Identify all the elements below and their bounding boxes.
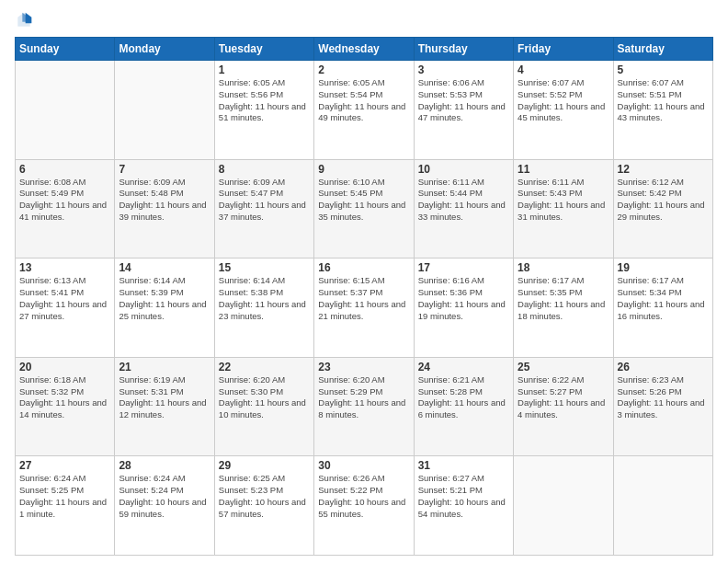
day-number: 4 [518, 63, 609, 76]
logo [15, 11, 35, 29]
day-info: Sunrise: 6:17 AMSunset: 5:34 PMDaylight:… [618, 275, 709, 322]
day-info: Sunrise: 6:27 AMSunset: 5:21 PMDaylight:… [418, 473, 509, 520]
calendar-cell: 21Sunrise: 6:19 AMSunset: 5:31 PMDayligh… [115, 357, 214, 456]
calendar-cell: 3Sunrise: 6:06 AMSunset: 5:53 PMDaylight… [414, 61, 513, 160]
day-number: 11 [518, 163, 609, 176]
day-header-monday: Monday [115, 38, 214, 61]
calendar-cell: 13Sunrise: 6:13 AMSunset: 5:41 PMDayligh… [16, 259, 115, 358]
day-number: 6 [19, 163, 110, 176]
calendar-cell [115, 61, 214, 160]
day-info: Sunrise: 6:07 AMSunset: 5:51 PMDaylight:… [618, 77, 709, 124]
day-info: Sunrise: 6:15 AMSunset: 5:37 PMDaylight:… [318, 275, 409, 322]
day-number: 28 [119, 459, 210, 472]
day-number: 5 [618, 63, 709, 76]
day-header-sunday: Sunday [16, 38, 115, 61]
calendar-cell: 12Sunrise: 6:12 AMSunset: 5:42 PMDayligh… [613, 159, 712, 259]
days-header-row: SundayMondayTuesdayWednesdayThursdayFrid… [16, 38, 713, 61]
day-info: Sunrise: 6:23 AMSunset: 5:26 PMDaylight:… [618, 374, 709, 421]
calendar-cell: 31Sunrise: 6:27 AMSunset: 5:21 PMDayligh… [414, 456, 513, 556]
day-number: 22 [219, 361, 310, 373]
day-header-tuesday: Tuesday [214, 38, 313, 61]
day-number: 31 [418, 459, 509, 472]
day-number: 1 [219, 63, 310, 76]
day-header-thursday: Thursday [414, 38, 513, 61]
calendar-cell: 16Sunrise: 6:15 AMSunset: 5:37 PMDayligh… [314, 259, 414, 358]
day-info: Sunrise: 6:19 AMSunset: 5:31 PMDaylight:… [119, 374, 210, 421]
calendar-week-row: 1Sunrise: 6:05 AMSunset: 5:56 PMDaylight… [16, 61, 713, 160]
day-number: 17 [418, 261, 509, 274]
calendar-cell: 2Sunrise: 6:05 AMSunset: 5:54 PMDaylight… [314, 61, 414, 160]
calendar-cell: 22Sunrise: 6:20 AMSunset: 5:30 PMDayligh… [214, 357, 313, 456]
day-number: 9 [318, 163, 409, 176]
day-info: Sunrise: 6:18 AMSunset: 5:32 PMDaylight:… [19, 374, 110, 421]
day-info: Sunrise: 6:13 AMSunset: 5:41 PMDaylight:… [19, 275, 110, 322]
calendar-cell: 9Sunrise: 6:10 AMSunset: 5:45 PMDaylight… [314, 159, 414, 259]
day-info: Sunrise: 6:10 AMSunset: 5:45 PMDaylight:… [318, 177, 409, 224]
day-number: 19 [618, 261, 709, 274]
day-number: 3 [418, 63, 509, 76]
day-header-friday: Friday [514, 38, 613, 61]
calendar-cell: 20Sunrise: 6:18 AMSunset: 5:32 PMDayligh… [16, 357, 115, 456]
day-number: 27 [19, 459, 110, 472]
day-number: 26 [618, 361, 709, 373]
day-info: Sunrise: 6:09 AMSunset: 5:47 PMDaylight:… [219, 177, 310, 224]
calendar-cell: 26Sunrise: 6:23 AMSunset: 5:26 PMDayligh… [613, 357, 712, 456]
day-info: Sunrise: 6:17 AMSunset: 5:35 PMDaylight:… [518, 275, 609, 322]
calendar-cell [16, 61, 115, 160]
day-info: Sunrise: 6:24 AMSunset: 5:24 PMDaylight:… [119, 473, 210, 520]
day-number: 23 [318, 361, 409, 373]
calendar-cell: 7Sunrise: 6:09 AMSunset: 5:48 PMDaylight… [115, 159, 214, 259]
calendar-cell: 11Sunrise: 6:11 AMSunset: 5:43 PMDayligh… [514, 159, 613, 259]
calendar-container: SundayMondayTuesdayWednesdayThursdayFrid… [0, 0, 728, 563]
calendar-cell: 25Sunrise: 6:22 AMSunset: 5:27 PMDayligh… [514, 357, 613, 456]
day-number: 18 [518, 261, 609, 274]
day-info: Sunrise: 6:05 AMSunset: 5:56 PMDaylight:… [219, 77, 310, 124]
day-info: Sunrise: 6:16 AMSunset: 5:36 PMDaylight:… [418, 275, 509, 322]
day-number: 2 [318, 63, 409, 76]
day-number: 8 [219, 163, 310, 176]
day-number: 20 [19, 361, 110, 373]
calendar-cell: 28Sunrise: 6:24 AMSunset: 5:24 PMDayligh… [115, 456, 214, 556]
calendar-cell: 1Sunrise: 6:05 AMSunset: 5:56 PMDaylight… [214, 61, 313, 160]
day-header-wednesday: Wednesday [314, 38, 414, 61]
calendar-cell: 14Sunrise: 6:14 AMSunset: 5:39 PMDayligh… [115, 259, 214, 358]
calendar-cell: 5Sunrise: 6:07 AMSunset: 5:51 PMDaylight… [613, 61, 712, 160]
calendar-week-row: 13Sunrise: 6:13 AMSunset: 5:41 PMDayligh… [16, 259, 713, 358]
calendar-cell [613, 456, 712, 556]
day-number: 21 [119, 361, 210, 373]
calendar-cell: 4Sunrise: 6:07 AMSunset: 5:52 PMDaylight… [514, 61, 613, 160]
day-info: Sunrise: 6:20 AMSunset: 5:30 PMDaylight:… [219, 374, 310, 421]
day-info: Sunrise: 6:08 AMSunset: 5:49 PMDaylight:… [19, 177, 110, 224]
calendar-cell: 24Sunrise: 6:21 AMSunset: 5:28 PMDayligh… [414, 357, 513, 456]
calendar-cell: 29Sunrise: 6:25 AMSunset: 5:23 PMDayligh… [214, 456, 313, 556]
day-info: Sunrise: 6:11 AMSunset: 5:43 PMDaylight:… [518, 177, 609, 224]
day-number: 16 [318, 261, 409, 274]
header [15, 11, 713, 29]
day-number: 14 [119, 261, 210, 274]
day-info: Sunrise: 6:20 AMSunset: 5:29 PMDaylight:… [318, 374, 409, 421]
day-info: Sunrise: 6:24 AMSunset: 5:25 PMDaylight:… [19, 473, 110, 520]
calendar-cell: 15Sunrise: 6:14 AMSunset: 5:38 PMDayligh… [214, 259, 313, 358]
day-number: 12 [618, 163, 709, 176]
calendar-cell: 6Sunrise: 6:08 AMSunset: 5:49 PMDaylight… [16, 159, 115, 259]
calendar-cell: 19Sunrise: 6:17 AMSunset: 5:34 PMDayligh… [613, 259, 712, 358]
logo-icon [15, 11, 33, 29]
calendar-cell: 18Sunrise: 6:17 AMSunset: 5:35 PMDayligh… [514, 259, 613, 358]
calendar-cell: 10Sunrise: 6:11 AMSunset: 5:44 PMDayligh… [414, 159, 513, 259]
day-info: Sunrise: 6:12 AMSunset: 5:42 PMDaylight:… [618, 177, 709, 224]
day-number: 30 [318, 459, 409, 472]
calendar-week-row: 20Sunrise: 6:18 AMSunset: 5:32 PMDayligh… [16, 357, 713, 456]
day-info: Sunrise: 6:26 AMSunset: 5:22 PMDaylight:… [318, 473, 409, 520]
day-info: Sunrise: 6:14 AMSunset: 5:39 PMDaylight:… [119, 275, 210, 322]
day-number: 24 [418, 361, 509, 373]
calendar-cell: 30Sunrise: 6:26 AMSunset: 5:22 PMDayligh… [314, 456, 414, 556]
calendar-week-row: 6Sunrise: 6:08 AMSunset: 5:49 PMDaylight… [16, 159, 713, 259]
day-header-saturday: Saturday [613, 38, 712, 61]
calendar-cell: 23Sunrise: 6:20 AMSunset: 5:29 PMDayligh… [314, 357, 414, 456]
day-number: 29 [219, 459, 310, 472]
day-info: Sunrise: 6:11 AMSunset: 5:44 PMDaylight:… [418, 177, 509, 224]
day-info: Sunrise: 6:05 AMSunset: 5:54 PMDaylight:… [318, 77, 409, 124]
day-info: Sunrise: 6:06 AMSunset: 5:53 PMDaylight:… [418, 77, 509, 124]
day-info: Sunrise: 6:14 AMSunset: 5:38 PMDaylight:… [219, 275, 310, 322]
calendar-table: SundayMondayTuesdayWednesdayThursdayFrid… [15, 37, 713, 556]
